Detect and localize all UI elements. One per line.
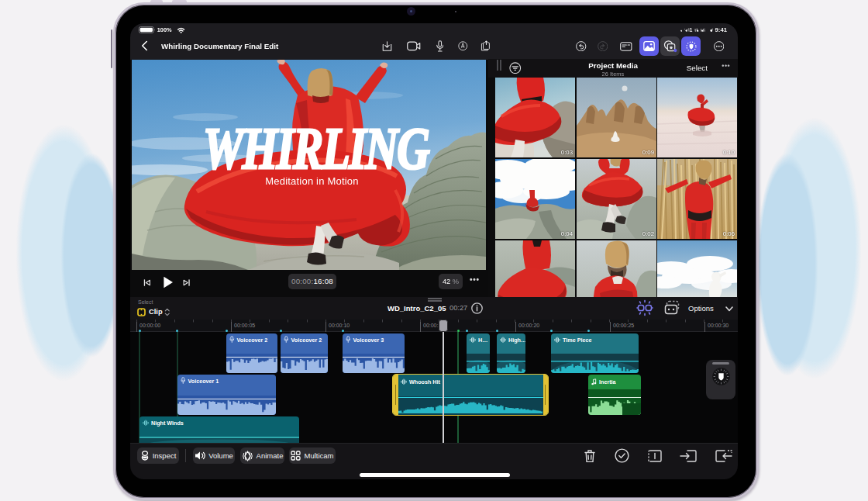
svg-text:100%: 100% [157, 26, 172, 33]
svg-text:1: 1 [690, 27, 693, 33]
svg-text:9:41: 9:41 [715, 26, 727, 33]
